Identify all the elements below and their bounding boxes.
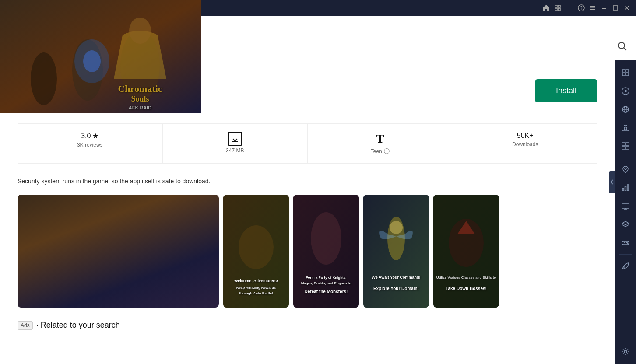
svg-rect-59 [626,73,629,76]
sidebar-separator-2 [619,254,632,255]
window-icon[interactable] [554,4,562,12]
minimize-icon[interactable] [600,4,608,12]
svg-marker-78 [622,221,629,225]
screenshot-2[interactable]: Welcome, Adventurers! Reap Amazing Rewar… [223,195,289,308]
related-text: · Related to your search [36,321,120,330]
svg-point-15 [618,42,625,49]
svg-rect-70 [626,147,629,150]
svg-point-49 [390,221,403,234]
svg-rect-65 [622,126,629,131]
screenshot-5[interactable]: Utilize Various Classes and Skills to Ta… [433,195,499,308]
svg-text:Explore Your Domain!: Explore Your Domain! [373,286,419,291]
svg-rect-68 [626,143,629,146]
svg-rect-12 [613,6,618,10]
download-icon [228,132,242,146]
sidebar-btn-world[interactable] [617,101,634,118]
svg-point-83 [627,243,628,244]
svg-text:Reap Amazing Rewards: Reap Amazing Rewards [236,286,276,290]
svg-point-43 [311,212,341,265]
svg-point-66 [624,127,627,130]
svg-rect-2 [555,5,557,7]
svg-line-16 [624,48,627,50]
svg-rect-58 [622,73,625,76]
sidebar-btn-camera[interactable] [617,119,634,136]
age-value: T [376,132,384,146]
sidebar-collapse-handle[interactable] [609,171,615,193]
svg-rect-57 [626,70,629,72]
svg-text:Mages, Druids, and Rogues to: Mages, Druids, and Rogues to [301,281,351,285]
svg-rect-10 [590,9,595,10]
svg-rect-5 [558,8,560,10]
svg-rect-56 [622,70,625,72]
svg-rect-72 [622,188,624,191]
svg-point-84 [624,350,627,353]
home-icon[interactable] [542,4,550,12]
svg-rect-3 [558,5,560,7]
sidebar-btn-location[interactable] [617,161,634,178]
svg-text:Defeat the Monsters!: Defeat the Monsters! [305,289,348,294]
teen-icon: T [376,132,384,146]
maximize-icon[interactable] [611,4,619,12]
downloads-value: 50K+ [517,132,534,140]
screenshots-row: Chromatic Souls AFK RAID [18,195,597,308]
svg-rect-9 [590,8,595,9]
ads-badge: Ads [18,321,33,330]
ads-related-row: Ads · Related to your search [18,321,597,330]
rating-stat: 3.0 ★ 3K reviews [18,124,163,163]
main-layout: com2us Chromatic Souls : AFK Raid Com2uS… [0,60,636,364]
svg-point-38 [239,225,274,269]
content-area: com2us Chromatic Souls : AFK Raid Com2uS… [0,60,615,364]
svg-text:Welcome, Adventurers!: Welcome, Adventurers! [234,279,278,283]
sidebar-btn-screen[interactable] [617,197,634,215]
size-label: 347 MB [226,147,244,154]
sidebar-btn-play[interactable] [617,82,634,100]
svg-point-71 [625,168,626,170]
downloads-label: Downloads [512,141,538,147]
svg-text:Utilize Various Classes and Sk: Utilize Various Classes and Skills to [436,276,496,280]
svg-rect-73 [625,186,626,191]
rating-value: 3.0 ★ [81,132,98,140]
sidebar-btn-grid[interactable] [617,137,634,155]
description-text: Security system runs in the game, so the… [18,177,597,186]
svg-point-82 [626,242,627,243]
size-stat: 347 MB [163,124,308,163]
svg-text:We Await Your Command!: We Await Your Command! [372,275,420,280]
svg-rect-74 [627,185,629,191]
install-button[interactable]: Install [535,79,597,102]
svg-text:Form a Party of Knights,: Form a Party of Knights, [306,276,347,280]
search-icon[interactable] [617,41,627,54]
svg-rect-8 [590,6,595,7]
star-icon: ★ [92,132,98,140]
age-label: Teen ⓘ [371,147,390,155]
age-stat: T Teen ⓘ [308,124,453,163]
stats-row: 3.0 ★ 3K reviews 347 MB T [18,123,597,164]
right-sidebar [615,60,636,364]
svg-text:through Auto Battle!: through Auto Battle! [239,291,273,295]
help-icon[interactable]: ? [577,4,585,12]
svg-marker-61 [625,89,628,93]
svg-text:Take Down Bosses!: Take Down Bosses! [446,286,487,291]
sidebar-btn-eco[interactable] [617,257,634,275]
menu-icon[interactable] [589,4,597,12]
svg-rect-69 [622,147,625,150]
close-icon[interactable] [623,4,631,12]
sidebar-btn-stats[interactable] [617,179,634,196]
svg-text:?: ? [580,6,583,10]
svg-rect-4 [555,8,557,10]
screenshot-4[interactable]: We Await Your Command! Explore Your Doma… [363,195,429,308]
sidebar-btn-settings[interactable] [617,343,634,360]
sidebar-separator-1 [619,158,632,158]
svg-rect-67 [622,143,625,146]
sidebar-btn-gamepad[interactable] [617,234,634,252]
sidebar-btn-1[interactable] [617,64,634,81]
svg-rect-75 [622,203,629,208]
screenshot-1[interactable]: Chromatic Souls AFK RAID [18,195,219,308]
downloads-stat: 50K+ Downloads [453,124,598,163]
age-info-icon[interactable]: ⓘ [384,147,390,155]
svg-rect-11 [602,8,606,9]
screenshot-3[interactable]: Form a Party of Knights, Mages, Druids, … [293,195,359,308]
reviews-label: 3K reviews [77,142,103,148]
sidebar-btn-layers[interactable] [617,216,634,233]
